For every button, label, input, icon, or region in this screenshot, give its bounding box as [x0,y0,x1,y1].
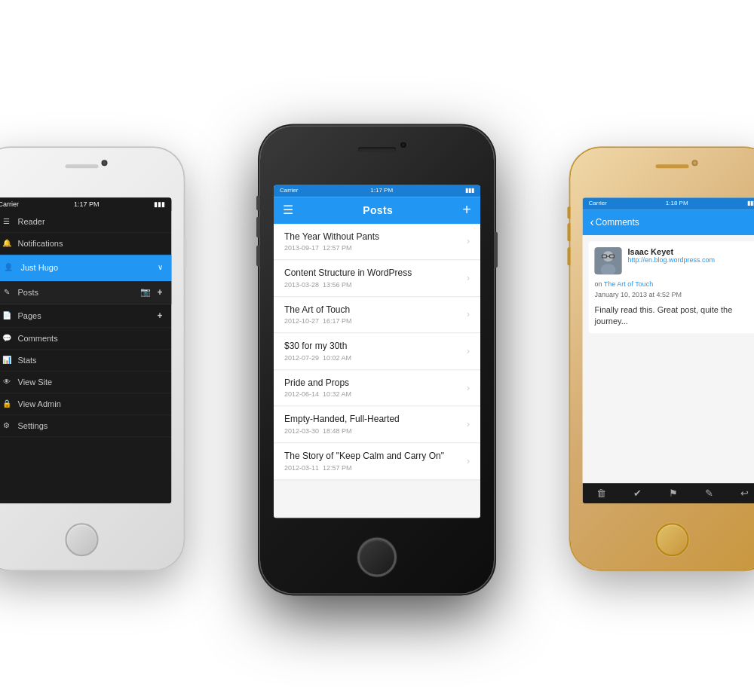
add-page-icon[interactable]: + [157,310,162,321]
comment-body: Finally read this. Great post, quite the… [589,301,755,334]
time-right: 1:18 PM [666,200,688,206]
time-center: 1:17 PM [370,187,393,194]
post-title-7: The Story of "Keep Calm and Carry On" [284,451,461,463]
volume-down-right[interactable] [568,247,571,265]
chevron-down-icon: ∨ [158,263,163,271]
comments-screen: Carrier 1:18 PM ▮▮▮ ‹ Comments [583,197,755,503]
add-post-plus[interactable]: + [157,287,162,298]
sidebar-label-view-site: View Site [18,378,53,387]
settings-icon: ⚙ [2,421,12,429]
sidebar-item-view-site[interactable]: 👁 View Site [0,371,172,393]
sidebar-item-settings[interactable]: ⚙ Settings [0,415,172,437]
view-admin-icon: 🔒 [2,399,12,408]
power-button-center[interactable] [494,231,498,267]
author-url[interactable]: http://en.blog.wordpress.com [628,256,750,264]
approve-icon[interactable]: ✔ [633,488,642,499]
home-button-left[interactable] [66,523,99,556]
post-link[interactable]: The Art of Touch [604,280,653,288]
speaker-right [656,164,689,168]
screen-center: Carrier 1:17 PM ▮▮▮ ☰ Posts + The Year W… [274,185,480,518]
menu-icon[interactable]: ☰ [283,203,293,217]
flag-icon[interactable]: ⚑ [669,488,678,499]
sidebar-label-notifications: Notifications [18,239,63,248]
chevron-right-icon-7: › [467,456,470,466]
post-title-1: The Year Without Pants [284,231,461,243]
sidebar-item-just-hugo[interactable]: 👤 Just Hugo ∨ [0,255,172,281]
post-content-5: Pride and Props 2012-06-14 10:32 AM [284,378,461,399]
camera-left [102,160,108,166]
mute-button-right[interactable] [568,206,571,219]
post-content-1: The Year Without Pants 2013-09-17 12:57 … [284,231,461,252]
chevron-right-icon-3: › [467,310,470,320]
delete-icon[interactable]: 🗑 [596,488,606,499]
post-title-4: $30 for my 30th [284,341,461,353]
post-item-7[interactable]: The Story of "Keep Calm and Carry On" 20… [274,443,480,480]
add-post-icon[interactable]: 📷 [140,287,151,297]
home-button-center[interactable] [357,537,397,576]
reader-icon: ☰ [2,217,12,225]
sidebar-item-posts[interactable]: ✎ Posts 📷 + [0,281,172,304]
sidebar-item-stats[interactable]: 📊 Stats [0,350,172,371]
sidebar-item-pages[interactable]: 📄 Pages + [0,304,172,328]
carrier-center: Carrier [280,187,298,194]
sidebar-item-notifications[interactable]: 🔔 Notifications [0,233,172,255]
post-item-1[interactable]: The Year Without Pants 2013-09-17 12:57 … [274,224,480,261]
home-button-right[interactable] [656,523,689,556]
post-meta-1: 2013-09-17 12:57 PM [284,244,461,252]
comments-icon: 💬 [2,334,12,342]
back-label[interactable]: Comments [596,217,639,228]
sidebar-item-view-admin[interactable]: 🔒 View Admin [0,393,172,415]
volume-up-right[interactable] [568,223,571,241]
chevron-right-icon-2: › [467,273,470,283]
post-meta-7: 2012-03-11 12:57 PM [284,464,461,472]
post-item-2[interactable]: Content Structure in WordPress 2013-03-2… [274,260,480,297]
post-item-6[interactable]: Empty-Handed, Full-Hearted 2012-03-30 18… [274,407,480,444]
speaker-center [358,147,396,151]
sidebar-item-comments[interactable]: 💬 Comments [0,328,172,350]
post-item-5[interactable]: Pride and Props 2012-06-14 10:32 AM › [274,370,480,407]
scene: Carrier 1:17 PM ▮▮▮ ☰ Reader 🔔 Notificat… [38,30,716,671]
author-name: Isaac Keyet [628,247,750,256]
posts-screen: Carrier 1:17 PM ▮▮▮ ☰ Posts + The Year W… [274,185,480,518]
reply-icon[interactable]: ↩ [740,488,749,499]
post-content-3: The Art of Touch 2012-10-27 16:17 PM [284,304,461,326]
post-title-2: Content Structure in WordPress [284,267,461,280]
sidebar-label-reader: Reader [18,217,45,226]
sidebar-item-reader[interactable]: ☰ Reader [0,211,172,233]
power-button-left[interactable] [184,238,187,268]
post-content-4: $30 for my 30th 2012-07-29 10:02 AM [284,341,461,362]
on-label: on [595,280,602,288]
carrier-right: Carrier [589,200,607,206]
back-button[interactable]: ‹ [590,216,594,229]
status-bar-right: Carrier 1:18 PM ▮▮▮ [583,197,755,209]
phone-right: Carrier 1:18 PM ▮▮▮ ‹ Comments [571,148,755,570]
battery-left: ▮▮▮ [154,200,165,208]
pages-icon: 📄 [2,311,12,319]
post-item-3[interactable]: The Art of Touch 2012-10-27 16:17 PM › [274,297,480,334]
comments-navbar: ‹ Comments [583,209,755,235]
add-post-button[interactable]: + [462,201,471,219]
notifications-icon: 🔔 [2,239,12,247]
posts-title: Posts [363,204,393,216]
avatar-small: 👤 [2,261,15,274]
camera-center [400,141,407,148]
edit-icon[interactable]: ✎ [705,488,713,499]
post-item-4[interactable]: $30 for my 30th 2012-07-29 10:02 AM › [274,334,480,371]
chevron-right-icon-5: › [467,383,470,393]
comment-header: Isaac Keyet http://en.blog.wordpress.com [589,241,755,280]
chevron-right-icon-4: › [467,346,470,356]
post-meta-2: 2013-03-28 13:56 PM [284,281,461,289]
volume-down-center[interactable] [256,245,260,266]
chevron-right-icon-1: › [467,237,470,247]
time-left: 1:17 PM [74,200,100,208]
author-info: Isaac Keyet http://en.blog.wordpress.com [628,247,750,264]
sidebar-label-hugo: Just Hugo [21,263,59,272]
post-meta-4: 2012-07-29 10:02 AM [284,354,461,362]
volume-up-center[interactable] [256,216,260,237]
post-meta-3: 2012-10-27 16:17 PM [284,318,461,326]
sidebar-label-pages: Pages [18,311,41,320]
mute-button-center[interactable] [256,195,260,210]
screen-right: Carrier 1:18 PM ▮▮▮ ‹ Comments [583,197,755,503]
speaker-left [66,164,99,168]
sidebar-label-view-admin: View Admin [18,399,61,408]
